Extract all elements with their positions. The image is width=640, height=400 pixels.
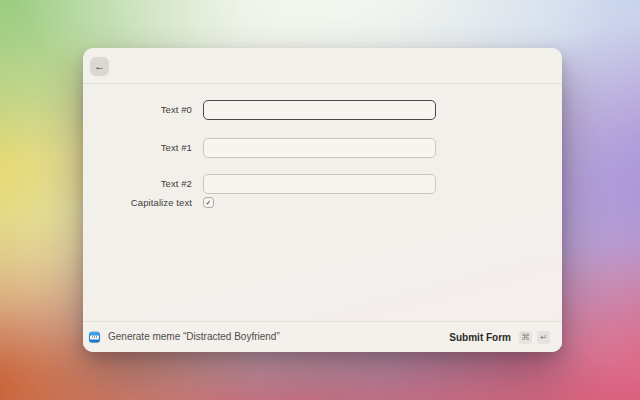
submit-form-button[interactable]: Submit Form ⌘ ↵: [449, 322, 550, 352]
checkmark-icon: ✓: [206, 199, 212, 206]
form-row-text0: Text #0: [83, 100, 562, 120]
text2-label: Text #2: [83, 174, 192, 194]
text0-label: Text #0: [83, 100, 192, 120]
return-key-icon: ↵: [537, 331, 550, 344]
text1-input[interactable]: [203, 138, 436, 158]
back-button[interactable]: ←: [90, 57, 109, 76]
capitalize-checkbox[interactable]: ✓: [203, 197, 214, 208]
meme-extension-icon: [89, 332, 100, 343]
form-window: ← Text #0 Text #1 Text #2 Capitalize tex…: [83, 48, 562, 352]
capitalize-label: Capitalize text: [83, 197, 192, 208]
text1-label: Text #1: [83, 138, 192, 158]
back-arrow-icon: ←: [94, 61, 105, 72]
form-row-text2: Text #2: [83, 174, 562, 194]
action-bar: Generate meme “Distracted Boyfriend” Sub…: [83, 321, 562, 352]
submit-form-label: Submit Form: [449, 332, 511, 343]
form-row-text1: Text #1: [83, 138, 562, 158]
action-description: Generate meme “Distracted Boyfriend”: [108, 322, 280, 352]
text0-input[interactable]: [203, 100, 436, 120]
command-key-icon: ⌘: [519, 331, 532, 344]
form-row-capitalize: Capitalize text ✓: [83, 197, 562, 208]
text2-input[interactable]: [203, 174, 436, 194]
window-header: ←: [83, 48, 562, 84]
form-content: Text #0 Text #1 Text #2 Capitalize text …: [83, 84, 562, 321]
